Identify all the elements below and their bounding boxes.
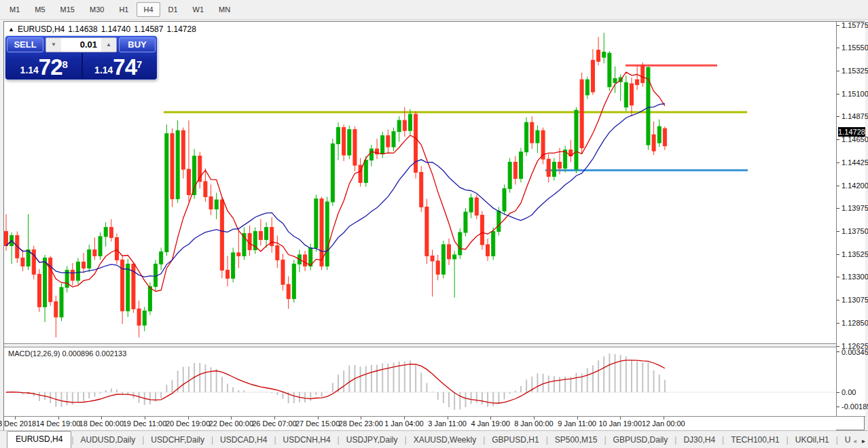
sell-price-display[interactable]: 1.14728	[7, 53, 82, 79]
candle-body	[558, 162, 562, 169]
volume-decrease-button[interactable]: ▼	[46, 38, 61, 52]
price-axis-label: 1.13075	[842, 296, 868, 304]
macd-indicator-canvas[interactable]	[4, 347, 836, 416]
price-axis-label: 1.13525	[842, 250, 868, 258]
price-axis-label: 1.14425	[842, 158, 868, 167]
chart-tab-gbpusd-h1[interactable]: GBPUSD,H1	[485, 432, 545, 448]
time-axis[interactable]: 13 Dec 201814 Dec 19:0018 Dec 00:0019 De…	[4, 417, 836, 431]
price-axis-tick	[837, 208, 839, 209]
candle-body	[591, 61, 594, 92]
price-axis-tick	[837, 346, 839, 347]
chart-tab-usdjpy-daily[interactable]: USDJPY,Daily	[340, 432, 405, 448]
time-axis-label: 26 Dec 07:00	[252, 419, 296, 428]
chart-tab-dj30-h4[interactable]: DJ30,H4	[676, 432, 722, 448]
candle-body	[259, 231, 262, 239]
sell-button[interactable]: SELL	[7, 37, 43, 52]
macd-name: MACD(12,26,9)	[8, 349, 60, 358]
candle-body	[320, 199, 323, 266]
candle-body	[364, 160, 367, 183]
price-axis-label: 1.14650	[842, 135, 868, 143]
chart-tab-ukoil-h1[interactable]: UKOil,H1	[789, 432, 836, 448]
chart-tab-sp500-m15[interactable]: SP500,M15	[548, 432, 604, 448]
price-axis[interactable]: 1.14728 1.157751.155501.153251.151001.14…	[837, 22, 865, 416]
candle-body	[630, 84, 633, 105]
sell-price-prefix: 1.14	[20, 63, 39, 77]
chart-tab-usdchf-daily[interactable]: USDCHF,Daily	[144, 432, 211, 448]
candle-body	[137, 309, 141, 325]
candle-body	[5, 231, 8, 245]
candle-body	[436, 261, 439, 274]
tab-scroll-right-icon[interactable]: ▸	[862, 437, 865, 445]
candle-body	[492, 231, 495, 256]
candle-body	[431, 256, 434, 260]
candle-body	[88, 249, 91, 268]
timeframe-button-w1[interactable]: W1	[186, 2, 211, 17]
time-axis-label: 28 Dec 23:00	[339, 419, 383, 428]
chart-tab-xauusd-weekly[interactable]: XAUUSD,Weekly	[407, 432, 483, 448]
candle-body	[109, 227, 113, 237]
volume-increase-button[interactable]: ▲	[101, 38, 116, 52]
candle-body	[458, 232, 462, 255]
price-axis-label: 1.14200	[842, 182, 868, 190]
chart-tab-audusd-daily[interactable]: AUDUSD,Daily	[73, 432, 142, 448]
candle-body	[397, 120, 401, 131]
ohlc-triangle-icon: ▲	[8, 26, 14, 33]
price-axis-label: 1.13300	[842, 273, 868, 281]
candle-body	[143, 311, 146, 325]
timeframe-button-m15[interactable]: M15	[54, 2, 82, 17]
candle-body	[237, 253, 240, 256]
candle-body	[536, 131, 539, 143]
buy-price-display[interactable]: 1.14747	[82, 53, 156, 79]
candle-body	[209, 196, 213, 209]
timeframe-button-d1[interactable]: D1	[162, 2, 185, 17]
price-axis-label: 1.13975	[842, 204, 868, 212]
candle-body	[187, 169, 190, 194]
candle-body	[126, 264, 130, 311]
time-axis-label: 12 Jan 00:00	[642, 419, 685, 428]
chart-ohlc-header: ▲ EURUSD,H4 1.14638 1.14740 1.14587 1.14…	[8, 24, 196, 34]
price-axis-label: 1.15100	[842, 90, 868, 98]
time-axis-label: 27 Dec 15:00	[295, 419, 340, 428]
macd-axis-label: 0.003452	[842, 348, 868, 356]
candle-body	[32, 249, 35, 274]
candle-body	[381, 136, 384, 154]
candle-body	[220, 200, 223, 270]
candle-body	[453, 255, 456, 259]
price-axis-tick	[837, 162, 839, 163]
time-axis-label: 18 Dec 00:00	[79, 419, 124, 428]
candle-body	[613, 79, 617, 83]
timeframe-button-m5[interactable]: M5	[28, 2, 52, 17]
candle-body	[353, 130, 357, 165]
chart-tab-tech100-h1[interactable]: TECH100,H1	[724, 432, 786, 448]
candle-body	[580, 80, 583, 148]
timeframe-button-m1[interactable]: M1	[3, 2, 26, 17]
tab-scroll-left-icon[interactable]: ◂	[853, 437, 856, 445]
price-axis-tick	[837, 231, 839, 232]
chart-tab-usdcad-h4[interactable]: USDCAD,H4	[213, 432, 274, 448]
chart-tab-usdcnh-h4[interactable]: USDCNH,H4	[276, 432, 338, 448]
volume-stepper: ▼ 0.01 ▲	[46, 37, 117, 52]
timeframe-button-h1[interactable]: H1	[112, 2, 135, 17]
up-arrow-icon: ▲	[106, 41, 111, 48]
candle-body	[624, 83, 628, 107]
timeframe-button-m30[interactable]: M30	[83, 2, 111, 17]
time-axis-label: 13 Dec 2018	[0, 419, 36, 428]
candle-body	[37, 274, 41, 307]
candle-body	[441, 245, 445, 274]
volume-input[interactable]: 0.01	[61, 38, 101, 52]
chart-tab-eurusd-h4[interactable]: EURUSD,H4	[7, 431, 71, 448]
candle-body	[98, 237, 102, 256]
candle-body	[193, 156, 196, 195]
price-axis-tick	[837, 116, 839, 117]
candle-body	[408, 114, 412, 131]
candle-body	[60, 288, 63, 317]
timeframe-button-mn[interactable]: MN	[212, 2, 237, 17]
candle-body	[348, 130, 351, 155]
buy-button[interactable]: BUY	[119, 37, 156, 52]
candle-body	[641, 65, 645, 82]
macd-axis-label: 0.00	[842, 388, 856, 396]
timeframe-button-h4[interactable]: H4	[137, 2, 160, 17]
chart-tab-gbpusd-daily[interactable]: GBPUSD,Daily	[607, 432, 675, 448]
candle-body	[232, 253, 235, 278]
price-axis-tick	[837, 323, 839, 324]
